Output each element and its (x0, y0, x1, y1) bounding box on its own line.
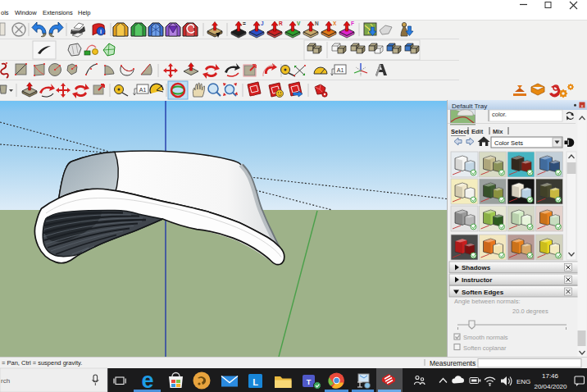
svg-text:Select: Select (451, 128, 470, 135)
svg-text:e: e (141, 368, 153, 392)
svg-text:=: = (243, 21, 246, 26)
svg-text:ols: ols (1, 9, 9, 16)
svg-text:Smooth normals: Smooth normals (463, 334, 508, 341)
svg-text:i: i (100, 29, 102, 34)
svg-text:Mix: Mix (493, 128, 503, 135)
svg-text:Window: Window (15, 9, 37, 16)
svg-text:J: J (261, 21, 264, 26)
svg-text:Edit: Edit (471, 128, 484, 135)
svg-text:Instructor: Instructor (462, 276, 492, 284)
svg-text:Shadows: Shadows (462, 264, 491, 271)
svg-text:Soften coplanar: Soften coplanar (463, 344, 507, 352)
svg-text:F: F (351, 21, 354, 26)
svg-text:Soften Edges: Soften Edges (462, 289, 504, 296)
svg-text:X: X (333, 21, 337, 26)
svg-text:N: N (315, 21, 319, 26)
svg-text:Color Sets: Color Sets (494, 139, 523, 147)
svg-text:rch: rch (1, 377, 10, 385)
svg-text:A1: A1 (139, 87, 147, 93)
svg-text:L: L (253, 377, 258, 387)
svg-text:x: x (581, 103, 584, 108)
svg-text:20.0 degrees: 20.0 degrees (512, 308, 548, 315)
svg-text:R: R (279, 21, 283, 26)
svg-text:= Pan, Ctrl = suspend gravity.: = Pan, Ctrl = suspend gravity. (2, 359, 82, 367)
svg-text:A1: A1 (337, 67, 344, 73)
svg-text:Help: Help (78, 9, 90, 16)
svg-text:Default Tray: Default Tray (452, 103, 487, 110)
svg-text:17:46: 17:46 (542, 372, 559, 380)
svg-text:ENG: ENG (516, 378, 530, 385)
svg-text:V: V (297, 21, 301, 26)
svg-text:20/04/2020: 20/04/2020 (534, 383, 567, 390)
svg-text:color.: color. (492, 111, 507, 118)
svg-text:Measurements: Measurements (430, 359, 476, 367)
svg-text:Extensions: Extensions (43, 9, 73, 16)
svg-text:Angle between normals:: Angle between normals: (454, 298, 520, 305)
svg-text:T: T (307, 378, 312, 386)
